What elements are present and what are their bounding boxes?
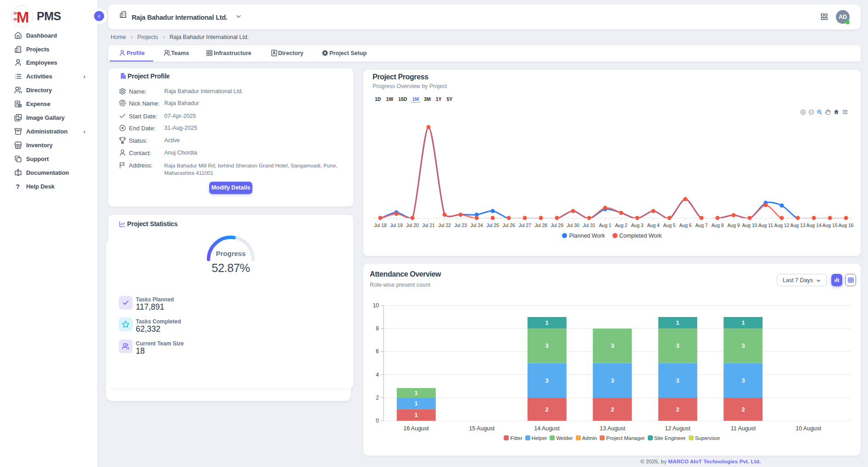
svg-text:Aug 12: Aug 12 [774, 223, 790, 228]
svg-text:13 August: 13 August [600, 425, 625, 432]
svg-text:Jul 29: Jul 29 [551, 223, 563, 228]
svg-text:Aug 1: Aug 1 [599, 223, 611, 228]
svg-text:3: 3 [545, 342, 548, 349]
svg-text:Aug 5: Aug 5 [663, 223, 675, 228]
svg-text:Jul 25: Jul 25 [486, 223, 499, 228]
svg-text:3: 3 [676, 377, 679, 384]
svg-text:2: 2 [611, 406, 614, 413]
svg-text:11 August: 11 August [731, 425, 756, 432]
svg-text:Aug 16: Aug 16 [839, 223, 854, 228]
svg-text:1: 1 [741, 319, 745, 326]
svg-text:6: 6 [376, 348, 379, 355]
svg-text:Jul 23: Jul 23 [454, 223, 467, 228]
svg-text:Aug 4: Aug 4 [647, 223, 659, 228]
svg-text:Aug 10: Aug 10 [742, 223, 757, 228]
svg-text:10 August: 10 August [796, 425, 821, 432]
svg-text:3: 3 [611, 377, 614, 384]
svg-text:3: 3 [545, 377, 548, 384]
svg-text:Jul 24: Jul 24 [470, 223, 483, 228]
svg-text:Aug 3: Aug 3 [631, 223, 643, 228]
svg-text:Jul 30: Jul 30 [567, 223, 579, 228]
svg-text:3: 3 [741, 377, 745, 384]
svg-text:1: 1 [676, 319, 679, 326]
svg-text:3: 3 [676, 342, 679, 349]
svg-text:Aug 2: Aug 2 [615, 223, 627, 228]
svg-text:1: 1 [414, 411, 417, 418]
svg-text:Aug 11: Aug 11 [758, 223, 773, 228]
svg-text:Jul 26: Jul 26 [502, 223, 515, 228]
svg-text:3: 3 [741, 342, 745, 349]
svg-text:Aug 7: Aug 7 [695, 223, 707, 228]
svg-text:2: 2 [676, 406, 679, 413]
svg-text:Aug 9: Aug 9 [727, 223, 740, 228]
svg-text:4: 4 [376, 372, 379, 378]
svg-text:Jul 18: Jul 18 [374, 223, 387, 228]
svg-text:12 August: 12 August [665, 425, 690, 432]
svg-text:Jul 22: Jul 22 [438, 223, 451, 228]
svg-text:Jul 21: Jul 21 [422, 223, 435, 228]
svg-text:3: 3 [611, 342, 614, 349]
svg-text:1: 1 [414, 389, 417, 396]
svg-text:Aug 15: Aug 15 [823, 223, 838, 228]
svg-text:2: 2 [376, 395, 379, 401]
svg-text:1: 1 [545, 319, 548, 326]
svg-text:0: 0 [376, 417, 379, 424]
svg-text:16 August: 16 August [403, 425, 429, 432]
svg-text:Aug 8: Aug 8 [711, 223, 723, 228]
svg-text:15 August: 15 August [469, 425, 495, 432]
svg-text:8: 8 [376, 325, 379, 332]
svg-text:Jul 19: Jul 19 [390, 223, 403, 228]
svg-text:Jul 20: Jul 20 [406, 223, 419, 228]
svg-text:Jul 27: Jul 27 [518, 223, 531, 228]
svg-text:M: M [17, 9, 29, 26]
svg-text:1: 1 [414, 400, 417, 407]
svg-text:Aug 14: Aug 14 [807, 223, 822, 228]
svg-text:Aug 13: Aug 13 [790, 223, 806, 228]
svg-text:Jul 31: Jul 31 [583, 223, 595, 228]
svg-text:Aug 6: Aug 6 [679, 223, 691, 228]
svg-text:Jul 28: Jul 28 [534, 223, 547, 228]
svg-text:14 August: 14 August [534, 425, 560, 432]
svg-text:10: 10 [373, 302, 379, 309]
svg-text:2: 2 [545, 406, 548, 413]
svg-text:2: 2 [741, 406, 745, 413]
